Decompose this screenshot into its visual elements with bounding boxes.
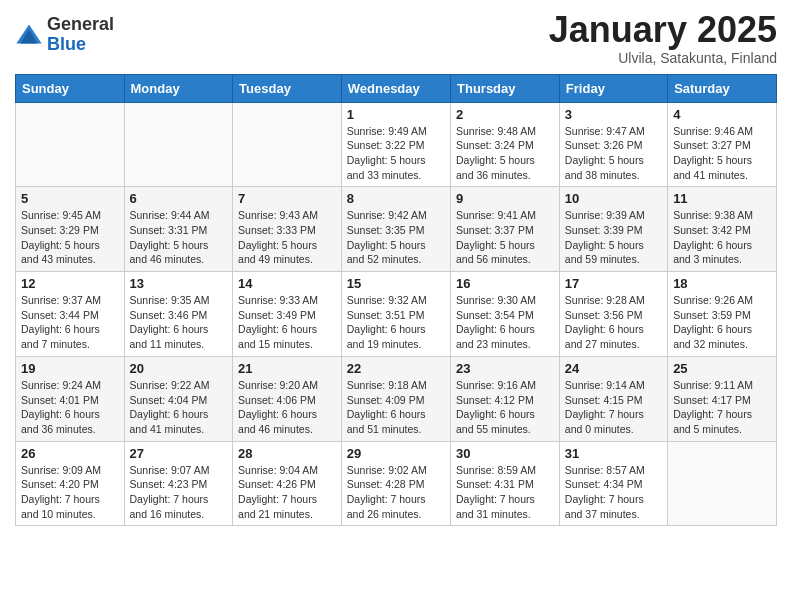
location-subtitle: Ulvila, Satakunta, Finland xyxy=(549,50,777,66)
day-info: Sunrise: 9:49 AM Sunset: 3:22 PM Dayligh… xyxy=(347,124,445,183)
logo-general-text: General xyxy=(47,15,114,35)
day-info: Sunrise: 9:20 AM Sunset: 4:06 PM Dayligh… xyxy=(238,378,336,437)
calendar-cell: 31Sunrise: 8:57 AM Sunset: 4:34 PM Dayli… xyxy=(559,441,667,526)
header-friday: Friday xyxy=(559,74,667,102)
day-number: 7 xyxy=(238,191,336,206)
day-number: 24 xyxy=(565,361,662,376)
calendar-week-row: 12Sunrise: 9:37 AM Sunset: 3:44 PM Dayli… xyxy=(16,272,777,357)
calendar-cell xyxy=(233,102,342,187)
day-number: 30 xyxy=(456,446,554,461)
day-info: Sunrise: 9:44 AM Sunset: 3:31 PM Dayligh… xyxy=(130,208,228,267)
day-number: 10 xyxy=(565,191,662,206)
day-number: 8 xyxy=(347,191,445,206)
calendar-cell: 26Sunrise: 9:09 AM Sunset: 4:20 PM Dayli… xyxy=(16,441,125,526)
day-number: 19 xyxy=(21,361,119,376)
day-number: 27 xyxy=(130,446,228,461)
calendar-cell: 9Sunrise: 9:41 AM Sunset: 3:37 PM Daylig… xyxy=(451,187,560,272)
day-number: 11 xyxy=(673,191,771,206)
calendar-cell: 19Sunrise: 9:24 AM Sunset: 4:01 PM Dayli… xyxy=(16,356,125,441)
month-title: January 2025 xyxy=(549,10,777,50)
day-info: Sunrise: 9:46 AM Sunset: 3:27 PM Dayligh… xyxy=(673,124,771,183)
calendar-cell: 28Sunrise: 9:04 AM Sunset: 4:26 PM Dayli… xyxy=(233,441,342,526)
day-number: 20 xyxy=(130,361,228,376)
day-number: 6 xyxy=(130,191,228,206)
header-thursday: Thursday xyxy=(451,74,560,102)
calendar-week-row: 5Sunrise: 9:45 AM Sunset: 3:29 PM Daylig… xyxy=(16,187,777,272)
day-number: 26 xyxy=(21,446,119,461)
calendar-cell: 2Sunrise: 9:48 AM Sunset: 3:24 PM Daylig… xyxy=(451,102,560,187)
day-number: 23 xyxy=(456,361,554,376)
day-info: Sunrise: 9:09 AM Sunset: 4:20 PM Dayligh… xyxy=(21,463,119,522)
day-info: Sunrise: 9:41 AM Sunset: 3:37 PM Dayligh… xyxy=(456,208,554,267)
day-number: 28 xyxy=(238,446,336,461)
day-number: 16 xyxy=(456,276,554,291)
day-number: 5 xyxy=(21,191,119,206)
calendar-week-row: 19Sunrise: 9:24 AM Sunset: 4:01 PM Dayli… xyxy=(16,356,777,441)
calendar-cell: 14Sunrise: 9:33 AM Sunset: 3:49 PM Dayli… xyxy=(233,272,342,357)
calendar-cell: 7Sunrise: 9:43 AM Sunset: 3:33 PM Daylig… xyxy=(233,187,342,272)
calendar-cell: 21Sunrise: 9:20 AM Sunset: 4:06 PM Dayli… xyxy=(233,356,342,441)
day-info: Sunrise: 9:32 AM Sunset: 3:51 PM Dayligh… xyxy=(347,293,445,352)
header-saturday: Saturday xyxy=(668,74,777,102)
calendar-cell xyxy=(668,441,777,526)
day-number: 17 xyxy=(565,276,662,291)
calendar-cell: 5Sunrise: 9:45 AM Sunset: 3:29 PM Daylig… xyxy=(16,187,125,272)
calendar-cell: 24Sunrise: 9:14 AM Sunset: 4:15 PM Dayli… xyxy=(559,356,667,441)
day-info: Sunrise: 9:45 AM Sunset: 3:29 PM Dayligh… xyxy=(21,208,119,267)
calendar-cell: 18Sunrise: 9:26 AM Sunset: 3:59 PM Dayli… xyxy=(668,272,777,357)
day-info: Sunrise: 9:28 AM Sunset: 3:56 PM Dayligh… xyxy=(565,293,662,352)
calendar-cell: 16Sunrise: 9:30 AM Sunset: 3:54 PM Dayli… xyxy=(451,272,560,357)
day-info: Sunrise: 9:48 AM Sunset: 3:24 PM Dayligh… xyxy=(456,124,554,183)
day-number: 22 xyxy=(347,361,445,376)
calendar-cell: 29Sunrise: 9:02 AM Sunset: 4:28 PM Dayli… xyxy=(341,441,450,526)
calendar-week-row: 1Sunrise: 9:49 AM Sunset: 3:22 PM Daylig… xyxy=(16,102,777,187)
day-info: Sunrise: 9:33 AM Sunset: 3:49 PM Dayligh… xyxy=(238,293,336,352)
header-monday: Monday xyxy=(124,74,233,102)
day-number: 18 xyxy=(673,276,771,291)
calendar-cell: 11Sunrise: 9:38 AM Sunset: 3:42 PM Dayli… xyxy=(668,187,777,272)
day-number: 3 xyxy=(565,107,662,122)
day-info: Sunrise: 9:38 AM Sunset: 3:42 PM Dayligh… xyxy=(673,208,771,267)
day-number: 13 xyxy=(130,276,228,291)
logo-blue-text: Blue xyxy=(47,35,114,55)
calendar-cell: 4Sunrise: 9:46 AM Sunset: 3:27 PM Daylig… xyxy=(668,102,777,187)
day-number: 29 xyxy=(347,446,445,461)
calendar-cell: 12Sunrise: 9:37 AM Sunset: 3:44 PM Dayli… xyxy=(16,272,125,357)
day-info: Sunrise: 9:37 AM Sunset: 3:44 PM Dayligh… xyxy=(21,293,119,352)
day-info: Sunrise: 9:24 AM Sunset: 4:01 PM Dayligh… xyxy=(21,378,119,437)
day-number: 25 xyxy=(673,361,771,376)
page-header: General Blue January 2025 Ulvila, Sataku… xyxy=(15,10,777,66)
calendar-cell xyxy=(124,102,233,187)
header-wednesday: Wednesday xyxy=(341,74,450,102)
calendar-cell: 3Sunrise: 9:47 AM Sunset: 3:26 PM Daylig… xyxy=(559,102,667,187)
calendar-cell: 27Sunrise: 9:07 AM Sunset: 4:23 PM Dayli… xyxy=(124,441,233,526)
day-info: Sunrise: 9:43 AM Sunset: 3:33 PM Dayligh… xyxy=(238,208,336,267)
calendar-cell: 8Sunrise: 9:42 AM Sunset: 3:35 PM Daylig… xyxy=(341,187,450,272)
calendar-cell: 15Sunrise: 9:32 AM Sunset: 3:51 PM Dayli… xyxy=(341,272,450,357)
day-number: 1 xyxy=(347,107,445,122)
day-info: Sunrise: 9:39 AM Sunset: 3:39 PM Dayligh… xyxy=(565,208,662,267)
day-info: Sunrise: 9:11 AM Sunset: 4:17 PM Dayligh… xyxy=(673,378,771,437)
calendar-table: SundayMondayTuesdayWednesdayThursdayFrid… xyxy=(15,74,777,527)
day-info: Sunrise: 9:16 AM Sunset: 4:12 PM Dayligh… xyxy=(456,378,554,437)
day-info: Sunrise: 9:30 AM Sunset: 3:54 PM Dayligh… xyxy=(456,293,554,352)
calendar-header-row: SundayMondayTuesdayWednesdayThursdayFrid… xyxy=(16,74,777,102)
day-info: Sunrise: 9:35 AM Sunset: 3:46 PM Dayligh… xyxy=(130,293,228,352)
day-info: Sunrise: 9:18 AM Sunset: 4:09 PM Dayligh… xyxy=(347,378,445,437)
day-number: 14 xyxy=(238,276,336,291)
day-info: Sunrise: 9:02 AM Sunset: 4:28 PM Dayligh… xyxy=(347,463,445,522)
day-number: 4 xyxy=(673,107,771,122)
day-number: 9 xyxy=(456,191,554,206)
calendar-cell: 25Sunrise: 9:11 AM Sunset: 4:17 PM Dayli… xyxy=(668,356,777,441)
logo: General Blue xyxy=(15,15,114,55)
day-info: Sunrise: 9:07 AM Sunset: 4:23 PM Dayligh… xyxy=(130,463,228,522)
calendar-cell: 17Sunrise: 9:28 AM Sunset: 3:56 PM Dayli… xyxy=(559,272,667,357)
day-info: Sunrise: 8:59 AM Sunset: 4:31 PM Dayligh… xyxy=(456,463,554,522)
day-info: Sunrise: 9:42 AM Sunset: 3:35 PM Dayligh… xyxy=(347,208,445,267)
calendar-cell xyxy=(16,102,125,187)
header-tuesday: Tuesday xyxy=(233,74,342,102)
day-number: 21 xyxy=(238,361,336,376)
day-info: Sunrise: 9:14 AM Sunset: 4:15 PM Dayligh… xyxy=(565,378,662,437)
day-info: Sunrise: 9:04 AM Sunset: 4:26 PM Dayligh… xyxy=(238,463,336,522)
day-info: Sunrise: 8:57 AM Sunset: 4:34 PM Dayligh… xyxy=(565,463,662,522)
